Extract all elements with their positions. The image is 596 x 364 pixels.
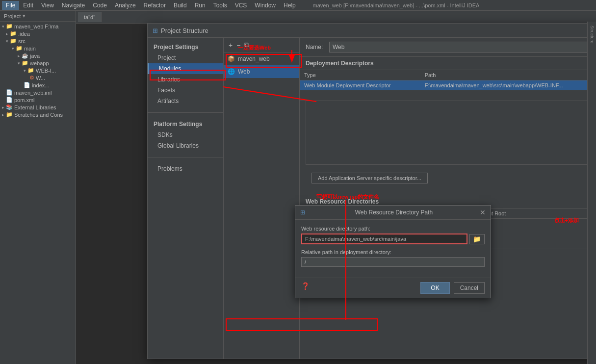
project-tree: ▾ 📁 maven_web F:\ma ▸ 📁 .idea ▾ 📁 src ▾ … [0,22,76,364]
tree-item-webxml[interactable]: ⚙ W... [0,74,76,81]
tree-item-main[interactable]: ▾ 📁 main [0,45,76,52]
menu-file[interactable]: File [2,1,19,10]
add-server-button[interactable]: Add Application Server specific descript… [311,173,428,183]
divider2 [148,157,223,157]
ok-button[interactable]: OK [420,282,449,294]
structure-tab[interactable]: Structure [589,24,596,46]
dialog-title-label: Project Structure [161,27,208,34]
tree-item-ext-libs[interactable]: ▸ 📚 External Libraries [0,104,76,111]
relative-path-input[interactable] [301,257,485,267]
project-icon: 📁 [6,23,13,29]
help-button[interactable]: ❓ [301,282,310,294]
deployment-descriptors-area: Type Path Web Module Deployment Descript… [300,70,596,101]
sidebar-sdks[interactable]: SDKs [148,130,223,140]
other-section: Problems [148,159,223,178]
dialog-right-panel: Name: Deployment Descriptors Type Path [300,38,596,359]
sidebar-facets[interactable]: Facets [148,85,223,96]
relative-path-row [301,257,485,267]
menu-help[interactable]: Help [280,1,300,10]
tree-item-idea[interactable]: ▸ 📁 .idea [0,30,76,37]
platform-settings-label: Platform Settings [148,119,223,130]
sub-dialog-footer: ❓ OK Cancel [300,278,491,298]
tree-item-index[interactable]: 📄 index... [0,81,76,89]
col-path: Path [421,70,596,80]
java-icon: ☕ [22,52,28,59]
cancel-button[interactable]: Cancel [454,282,485,294]
name-label: Name: [306,44,325,51]
tree-label: webapp [30,60,49,66]
deployment-table-header: Type Path [300,70,596,80]
deployment-descriptors-header: Deployment Descriptors [300,57,596,70]
folder-icon: 📁 [10,38,17,44]
tree-item-scratches[interactable]: ▸ 📁 Scratches and Cons [0,111,76,118]
dialog-title-text: ⊞ Project Structure [153,27,208,34]
xml-icon: ⚙ [29,75,34,81]
sidebar-project[interactable]: Project [148,52,223,63]
arrow-icon: ▾ [2,24,4,29]
menu-tools[interactable]: Tools [209,1,231,10]
menu-run[interactable]: Run [191,1,209,10]
sidebar-global-libs[interactable]: Global Libraries [148,140,223,151]
module-icon: 📦 [228,55,235,62]
dialog-body: Project Settings Project Modules Librari… [148,38,596,359]
tree-item-pom[interactable]: 📄 pom.xml [0,96,76,104]
tab-bar: ta"d" [76,11,596,24]
deployment-type: Web Module Deployment Descriptor [300,80,421,90]
name-input[interactable] [329,42,596,52]
sub-dialog-title-label: Web Resource Directory Path [355,209,433,216]
arrow-icon: ▸ [6,31,8,36]
dialog-titlebar: ⊞ Project Structure ✕ [148,24,596,38]
add-module-button[interactable]: + [228,40,233,50]
module-web-label: Web [238,68,250,75]
sidebar-modules[interactable]: Modules [148,63,223,74]
module-web[interactable]: 🌐 Web [224,65,299,78]
menu-refactor[interactable]: Refactor [140,1,170,10]
scratches-icon: 📁 [6,111,13,118]
project-settings-label: Project Settings [148,42,223,52]
dialog-module-panel: + − ⧉ 📦 maven_web 🌐 Web [224,38,300,359]
editor-tab[interactable]: ta"d" [78,12,102,22]
project-structure-dialog: ⊞ Project Structure ✕ Project Settings P… [147,23,596,359]
menu-view[interactable]: View [37,1,58,10]
arrow-icon: ▸ [2,112,4,117]
tree-item-src[interactable]: ▾ 📁 src [0,37,76,45]
sidebar-problems[interactable]: Problems [148,163,223,174]
menu-window[interactable]: Window [251,1,280,10]
tree-item-web-inf[interactable]: ▾ 📁 WEB-I... [0,67,76,74]
name-row: Name: [300,38,596,57]
module-maven-web[interactable]: 📦 maven_web [224,52,299,65]
menu-build[interactable]: Build [170,1,191,10]
deployment-path: F:\mavendaima\maven_web\src\main\webapp\… [421,80,596,90]
menu-vcs[interactable]: VCS [231,1,251,10]
relative-path-field: Relative path in deployment directory: [301,249,485,267]
remove-module-button[interactable]: − [235,40,241,50]
tree-label: W... [36,75,45,81]
ide-body: Project ▾ ▾ 📁 maven_web F:\ma ▸ 📁 .idea … [0,11,596,364]
menu-analyze[interactable]: Analyze [111,1,140,10]
menu-edit[interactable]: Edit [19,1,37,10]
tree-item-iml[interactable]: 📄 maven_web.iml [0,89,76,96]
sidebar-libraries[interactable]: Libraries [148,74,223,85]
web-resource-path-input[interactable] [301,234,467,244]
sidebar-artifacts[interactable]: Artifacts [148,96,223,106]
web-resource-path-row: 📁 [301,234,485,244]
deployment-row-0[interactable]: Web Module Deployment Descriptor F:\mave… [300,80,596,90]
add-server-btn-area: Add Application Server specific descript… [306,169,596,187]
browse-button[interactable]: 📁 [469,234,485,244]
tree-item-maven_web[interactable]: ▾ 📁 maven_web F:\ma [0,23,76,30]
tree-item-java[interactable]: ▸ ☕ java [0,52,76,59]
web-resource-path-label: Web resource directory path: [301,226,485,232]
arrow-icon: ▾ [6,39,8,44]
sub-dialog-titlebar: ⊞ Web Resource Directory Path ✕ [300,206,491,220]
menu-code[interactable]: Code [89,1,111,10]
module-toolbar: + − ⧉ [224,38,299,52]
tree-label: java [30,53,40,59]
tree-label: .idea [18,31,30,37]
sub-dialog-close-button[interactable]: ✕ [480,208,486,216]
menu-navigate[interactable]: Navigate [58,1,89,10]
copy-module-button[interactable]: ⧉ [243,40,250,50]
folder-icon: 📁 [27,67,34,74]
tree-item-webapp[interactable]: ▾ 📁 webapp [0,59,76,67]
tree-label: index... [32,82,49,88]
folder-icon: 📁 [22,60,28,66]
